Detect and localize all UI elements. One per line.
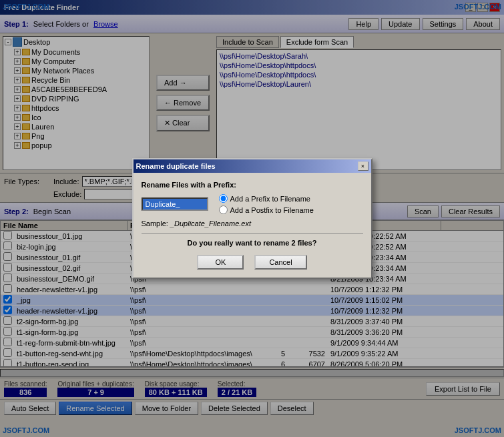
radio-group: Add a Prefix to Filename Add a Postfix t… [219, 194, 314, 214]
radio-prefix[interactable] [219, 194, 228, 203]
dialog-prefix-label: Rename Files with a Prefix: [142, 181, 363, 189]
rename-dialog: Rename duplicate files × Rename Files wi… [132, 158, 372, 279]
dialog-buttons: OK Cancel [142, 255, 363, 270]
radio-postfix-label: Add a Postfix to Filename [230, 206, 314, 214]
dialog-close-button[interactable]: × [358, 161, 368, 171]
dialog-overlay: Rename duplicate files × Rename Files wi… [0, 0, 504, 437]
sample-value: _Duplicate_Filename.ext [170, 220, 251, 228]
sample-label: Sample: [142, 220, 168, 228]
dialog-divider [142, 233, 363, 234]
radio-postfix-row[interactable]: Add a Postfix to Filename [219, 205, 314, 214]
cancel-button[interactable]: Cancel [254, 255, 306, 270]
radio-postfix[interactable] [219, 205, 228, 214]
sample-row: Sample: _Duplicate_Filename.ext [142, 220, 363, 228]
dialog-title-bar: Rename duplicate files × [134, 159, 371, 173]
prefix-input[interactable] [142, 197, 208, 211]
dialog-input-row: Add a Prefix to Filename Add a Postfix t… [142, 194, 363, 214]
radio-prefix-label: Add a Prefix to Filename [230, 195, 310, 203]
radio-prefix-row[interactable]: Add a Prefix to Filename [219, 194, 314, 203]
ok-button[interactable]: OK [197, 255, 244, 270]
dialog-body: Rename Files with a Prefix: Add a Prefix… [134, 173, 371, 278]
dialog-title: Rename duplicate files [136, 162, 216, 170]
confirm-text: Do you really want to rename 2 files? [142, 239, 363, 247]
